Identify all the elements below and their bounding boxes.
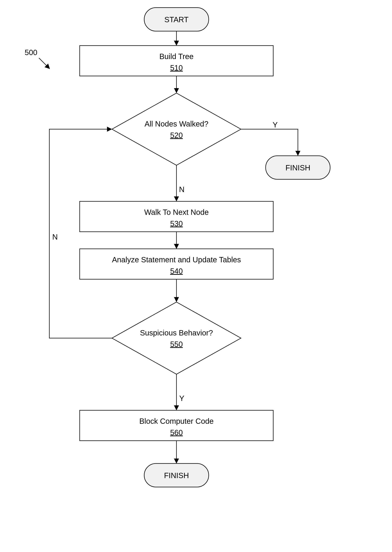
process-walk-next-node-ref: 530 bbox=[170, 219, 183, 228]
branch-allwalked-no: N bbox=[179, 185, 185, 194]
terminal-finish-bottom-label: FINISH bbox=[164, 471, 189, 480]
process-analyze-statement-label: Analyze Statement and Update Tables bbox=[112, 255, 241, 264]
process-block-computer-code-label: Block Computer Code bbox=[139, 417, 213, 425]
edge-suspicious-no-loop bbox=[49, 129, 112, 338]
terminal-finish-yes-label: FINISH bbox=[285, 164, 310, 172]
process-walk-next-node-label: Walk To Next Node bbox=[144, 208, 209, 216]
process-build-tree-ref: 510 bbox=[170, 64, 183, 72]
figure-ref-number: 500 bbox=[25, 48, 37, 57]
decision-suspicious-behavior-ref: 550 bbox=[170, 340, 183, 348]
process-build-tree-label: Build Tree bbox=[159, 52, 194, 61]
edge-allwalked-yes bbox=[241, 129, 298, 155]
decision-suspicious-behavior bbox=[112, 302, 241, 374]
flowchart-diagram: 500 START Build Tree 510 All Nodes Walke… bbox=[0, 0, 392, 552]
branch-allwalked-yes: Y bbox=[273, 121, 278, 129]
decision-all-nodes-walked-ref: 520 bbox=[170, 131, 183, 139]
decision-suspicious-behavior-label: Suspicious Behavior? bbox=[140, 329, 213, 337]
process-analyze-statement-ref: 540 bbox=[170, 267, 183, 275]
branch-suspicious-no: N bbox=[52, 233, 58, 241]
terminal-start-label: START bbox=[164, 15, 189, 24]
decision-all-nodes-walked bbox=[112, 93, 241, 165]
figure-ref-arrow bbox=[39, 58, 49, 68]
branch-suspicious-yes: Y bbox=[179, 394, 184, 402]
process-block-computer-code-ref: 560 bbox=[170, 428, 183, 437]
decision-all-nodes-walked-label: All Nodes Walked? bbox=[145, 120, 208, 128]
